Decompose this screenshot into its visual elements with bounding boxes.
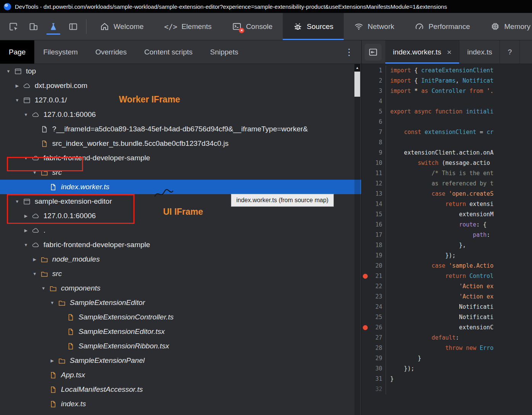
line-number[interactable]: 12 xyxy=(369,179,386,189)
breakpoint-gutter-empty[interactable] xyxy=(362,261,369,271)
more-options-icon[interactable]: ⋮ xyxy=(337,40,361,64)
line-number[interactable]: 7 xyxy=(369,127,386,137)
breakpoint-gutter-empty[interactable] xyxy=(362,374,369,384)
line-number[interactable]: 21 xyxy=(369,271,386,281)
tree-item-sampleextensioneditor[interactable]: ▼SampleExtensionEditor xyxy=(0,295,361,310)
line-number[interactable]: 25 xyxy=(369,312,386,322)
tree-item-localmanifestaccessor-ts[interactable]: LocalManifestAccessor.ts xyxy=(0,382,361,397)
code-editor[interactable]: 1import { createExtensionClient2import {… xyxy=(362,64,532,415)
breakpoint-gutter-empty[interactable] xyxy=(362,65,369,76)
expander-open-icon[interactable]: ▼ xyxy=(48,300,57,305)
line-number[interactable]: 18 xyxy=(369,240,386,251)
tree-item-sampleextensionribbon-tsx[interactable]: SampleExtensionRibbon.tsx xyxy=(0,339,361,353)
tree-item-127-0-0-1-60006[interactable]: ▼127.0.0.1:60006 xyxy=(0,107,361,122)
scroll-up-icon[interactable]: ▲ xyxy=(354,64,360,72)
tree-item-node-modules[interactable]: ▶node_modules xyxy=(0,252,361,267)
expander-closed-icon[interactable]: ▶ xyxy=(30,257,39,262)
tree-item-src[interactable]: ▼src xyxy=(0,267,361,281)
breakpoint-gutter-empty[interactable] xyxy=(362,230,369,240)
line-number[interactable]: 13 xyxy=(369,189,386,199)
tree-item-sampleextensioneditor-tsx[interactable]: SampleExtensionEditor.tsx xyxy=(0,324,361,339)
tab-sources[interactable]: Sources xyxy=(283,13,344,40)
tab-welcome[interactable]: Welcome xyxy=(90,13,154,40)
line-number[interactable]: 17 xyxy=(369,230,386,240)
tab-elements[interactable]: </>Elements xyxy=(154,13,222,40)
breakpoint-gutter-empty[interactable] xyxy=(362,312,369,322)
breakpoint-gutter-empty[interactable] xyxy=(362,179,369,189)
navigator-tab-content-scripts[interactable]: Content scripts xyxy=(136,40,202,64)
breakpoint-gutter-empty[interactable] xyxy=(362,86,369,96)
breakpoint-gutter-empty[interactable] xyxy=(362,292,369,302)
line-number[interactable]: 1 xyxy=(369,65,386,76)
line-number[interactable]: 9 xyxy=(369,148,386,158)
tab-console[interactable]: ✕Console xyxy=(222,13,283,40)
expander-open-icon[interactable]: ▼ xyxy=(39,286,48,290)
line-number[interactable]: 8 xyxy=(369,137,386,148)
tree-item-src-index-worker-ts-bundle-5cc0abe0cfb1237d34c0-js[interactable]: src_index_worker_ts.bundle.5cc0abe0cfb12… xyxy=(0,136,361,151)
dock-icon[interactable] xyxy=(66,19,80,35)
line-number[interactable]: 15 xyxy=(369,209,386,220)
editor-tab-index-ts[interactable]: index.ts xyxy=(460,40,500,64)
tree-item-index-worker-ts[interactable]: index.worker.ts xyxy=(0,180,361,194)
breakpoint-gutter-empty[interactable] xyxy=(362,251,369,261)
expander-closed-icon[interactable]: ▶ xyxy=(48,358,57,363)
tree-item-index-ui-tsx[interactable]: index.ui.tsx xyxy=(0,411,361,415)
breakpoint-gutter-empty[interactable] xyxy=(362,168,369,179)
breakpoint-gutter-empty[interactable] xyxy=(362,117,369,127)
breakpoint-gutter-empty[interactable] xyxy=(362,76,369,86)
line-number[interactable]: 5 xyxy=(369,107,386,117)
expander-closed-icon[interactable]: ▶ xyxy=(21,228,30,233)
tree-item-top[interactable]: ▼top xyxy=(0,64,361,78)
tree-item-app-tsx[interactable]: App.tsx xyxy=(0,368,361,382)
line-number[interactable]: 22 xyxy=(369,281,386,292)
line-number[interactable]: 3 xyxy=(369,86,386,96)
breakpoint-gutter-empty[interactable] xyxy=(362,343,369,353)
expander-open-icon[interactable]: ▼ xyxy=(4,69,13,73)
expander-closed-icon[interactable]: ▶ xyxy=(13,83,22,88)
breakpoint-gutter-empty[interactable] xyxy=(362,384,369,394)
breakpoint-icon[interactable] xyxy=(363,274,368,279)
line-number[interactable]: 2 xyxy=(369,76,386,86)
tree-item-index-ts[interactable]: index.ts xyxy=(0,397,361,411)
flask-icon[interactable] xyxy=(46,19,60,35)
navigator-toggle-icon[interactable] xyxy=(365,44,381,61)
close-icon[interactable]: × xyxy=(447,48,452,57)
expander-open-icon[interactable]: ▼ xyxy=(21,112,30,117)
tree-item-fabric-frontend-developer-sample[interactable]: ▼fabric-frontend-developer-sample xyxy=(0,238,361,252)
scrollbar-thumb[interactable] xyxy=(354,72,360,97)
breakpoint-gutter-empty[interactable] xyxy=(362,96,369,107)
breakpoint-gutter-empty[interactable] xyxy=(362,189,369,199)
expander-open-icon[interactable]: ▼ xyxy=(21,243,30,247)
editor-tab-index-worker-ts[interactable]: index.worker.ts× xyxy=(385,40,460,64)
tree-item-127-0-0-1[interactable]: ▼127.0.0.1/ xyxy=(0,93,361,107)
line-number[interactable]: 26 xyxy=(369,322,386,333)
tab-performance[interactable]: Performance xyxy=(404,13,480,40)
line-number[interactable]: 30 xyxy=(369,364,386,374)
tree-item-dxt-powerbi-com[interactable]: ▶dxt.powerbi.com xyxy=(0,78,361,93)
breakpoint-gutter-empty[interactable] xyxy=(362,137,369,148)
editor-tab-[interactable]: ? xyxy=(500,40,520,64)
line-number[interactable]: 29 xyxy=(369,353,386,364)
breakpoint-gutter-empty[interactable] xyxy=(362,353,369,364)
tab-network[interactable]: Network xyxy=(344,13,405,40)
line-number[interactable]: 20 xyxy=(369,261,386,271)
breakpoint-gutter[interactable] xyxy=(362,271,369,281)
breakpoint-gutter-empty[interactable] xyxy=(362,127,369,137)
breakpoint-gutter-empty[interactable] xyxy=(362,209,369,220)
line-number[interactable]: 19 xyxy=(369,251,386,261)
line-number[interactable]: 27 xyxy=(369,333,386,343)
tree-item-sampleextensioncontroller-ts[interactable]: SampleExtensionController.ts xyxy=(0,310,361,324)
breakpoint-gutter-empty[interactable] xyxy=(362,302,369,312)
device-icon[interactable] xyxy=(27,19,40,35)
navigator-tab-page[interactable]: Page xyxy=(0,40,34,64)
breakpoint-gutter-empty[interactable] xyxy=(362,333,369,343)
navigator-tab-filesystem[interactable]: Filesystem xyxy=(34,40,87,64)
line-number[interactable]: 10 xyxy=(369,158,386,168)
line-number[interactable]: 32 xyxy=(369,384,386,394)
navigator-tab-snippets[interactable]: Snippets xyxy=(201,40,247,64)
inspect-icon[interactable] xyxy=(7,19,21,35)
breakpoint-gutter-empty[interactable] xyxy=(362,240,369,251)
breakpoint-gutter-empty[interactable] xyxy=(362,220,369,230)
breakpoint-gutter-empty[interactable] xyxy=(362,364,369,374)
tab-memory[interactable]: Memory xyxy=(480,13,532,40)
